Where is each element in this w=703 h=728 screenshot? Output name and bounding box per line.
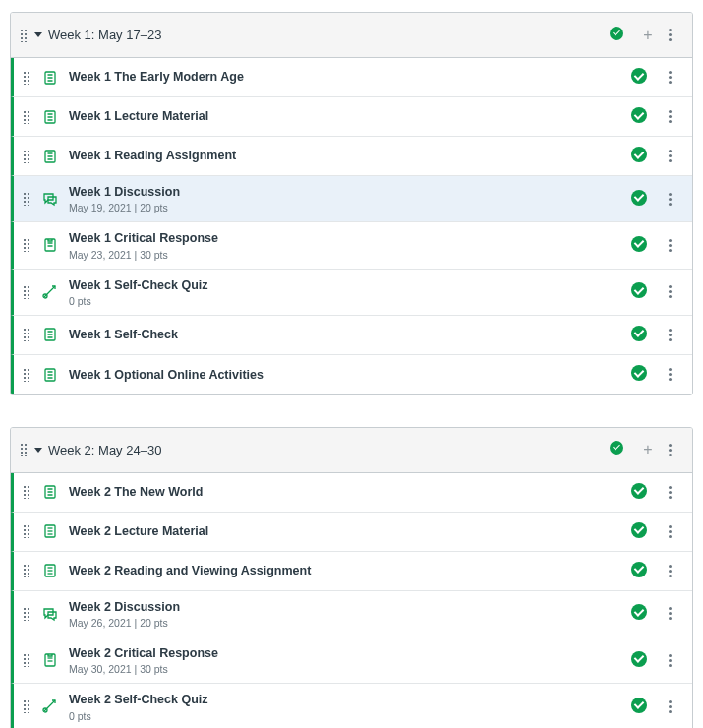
item-title[interactable]: Week 1 Self-Check xyxy=(69,327,631,342)
published-icon xyxy=(610,27,627,44)
published-icon xyxy=(631,236,647,255)
module-item[interactable]: Week 2 Reading and Viewing Assignment xyxy=(11,552,692,591)
module-item[interactable]: Week 1 Discussion May 19, 2021 | 20 pts xyxy=(11,176,692,222)
item-meta: May 19, 2021 | 20 pts xyxy=(69,202,631,213)
item-options-button[interactable] xyxy=(659,520,680,542)
drag-handle-icon[interactable] xyxy=(20,524,33,538)
drag-handle-icon[interactable] xyxy=(20,564,33,577)
module-item[interactable]: Week 1 Optional Online Activities xyxy=(11,355,692,394)
drag-handle-icon[interactable] xyxy=(20,653,33,667)
item-body: Week 2 Lecture Material xyxy=(69,523,631,539)
module-item[interactable]: Week 1 Self-Check xyxy=(11,316,692,355)
item-options-button[interactable] xyxy=(659,481,680,503)
module-header[interactable]: Week 1: May 17–23 + xyxy=(11,13,692,58)
item-meta: 0 pts xyxy=(69,710,631,722)
add-item-button[interactable]: + xyxy=(637,439,659,460)
item-title[interactable]: Week 1 Lecture Material xyxy=(69,108,631,124)
quiz-icon xyxy=(41,698,59,715)
item-body: Week 2 Critical Response May 30, 2021 | … xyxy=(69,645,631,675)
published-icon xyxy=(631,107,647,126)
module-item[interactable]: Week 1 Critical Response May 23, 2021 | … xyxy=(11,222,692,269)
module-item[interactable]: Week 2 Self-Check Quiz 0 pts xyxy=(11,684,692,728)
item-title[interactable]: Week 2 Self-Check Quiz xyxy=(69,692,631,707)
item-title[interactable]: Week 1 The Early Modern Age xyxy=(69,69,631,85)
item-title[interactable]: Week 2 Reading and Viewing Assignment xyxy=(69,563,631,578)
module-item[interactable]: Week 2 Lecture Material xyxy=(11,513,692,552)
module-header[interactable]: Week 2: May 24–30 + xyxy=(11,428,692,473)
drag-handle-icon[interactable] xyxy=(20,485,33,499)
drag-handle-icon[interactable] xyxy=(20,285,33,299)
module-item[interactable]: Week 2 Discussion May 26, 2021 | 20 pts xyxy=(11,591,692,637)
collapse-caret-icon[interactable] xyxy=(34,32,42,37)
module-options-button[interactable] xyxy=(659,25,680,46)
item-title[interactable]: Week 2 Critical Response xyxy=(69,645,631,661)
published-icon xyxy=(631,326,647,344)
module-item[interactable]: Week 2 The New World xyxy=(11,473,692,513)
published-icon xyxy=(631,365,647,384)
item-body: Week 1 Self-Check Quiz 0 pts xyxy=(69,277,631,307)
published-icon xyxy=(631,147,647,165)
collapse-caret-icon[interactable] xyxy=(34,448,42,453)
drag-handle-icon[interactable] xyxy=(17,29,30,42)
item-meta: May 26, 2021 | 20 pts xyxy=(69,617,631,629)
module-item[interactable]: Week 1 Self-Check Quiz 0 pts xyxy=(11,270,692,316)
drag-handle-icon[interactable] xyxy=(20,699,33,713)
item-options-button[interactable] xyxy=(659,146,680,167)
item-options-button[interactable] xyxy=(659,560,680,581)
add-item-button[interactable]: + xyxy=(637,25,659,46)
item-title[interactable]: Week 1 Self-Check Quiz xyxy=(69,277,631,293)
published-icon xyxy=(631,282,647,301)
item-title[interactable]: Week 2 Lecture Material xyxy=(69,523,631,539)
item-options-button[interactable] xyxy=(659,106,680,128)
published-icon xyxy=(610,441,627,458)
item-options-button[interactable] xyxy=(659,603,680,625)
drag-handle-icon[interactable] xyxy=(20,192,33,206)
published-icon xyxy=(631,483,647,502)
item-body: Week 2 Discussion May 26, 2021 | 20 pts xyxy=(69,599,631,629)
item-options-button[interactable] xyxy=(659,281,680,303)
published-icon xyxy=(631,68,647,87)
module-item[interactable]: Week 2 Critical Response May 30, 2021 | … xyxy=(11,637,692,684)
item-title[interactable]: Week 1 Reading Assignment xyxy=(69,148,631,163)
module-title: Week 1: May 17–23 xyxy=(48,28,610,42)
page-icon xyxy=(41,108,59,126)
assignment-icon xyxy=(41,236,59,254)
item-title[interactable]: Week 1 Discussion xyxy=(69,184,631,200)
drag-handle-icon[interactable] xyxy=(20,607,33,621)
drag-handle-icon[interactable] xyxy=(20,368,33,382)
page-icon xyxy=(41,522,59,540)
module-item[interactable]: Week 1 Lecture Material xyxy=(11,97,692,137)
assignment-icon xyxy=(41,651,59,669)
item-title[interactable]: Week 2 The New World xyxy=(69,484,631,500)
drag-handle-icon[interactable] xyxy=(20,110,33,124)
item-options-button[interactable] xyxy=(659,234,680,256)
item-body: Week 2 Self-Check Quiz 0 pts xyxy=(69,692,631,721)
drag-handle-icon[interactable] xyxy=(17,443,30,456)
item-body: Week 1 Discussion May 19, 2021 | 20 pts xyxy=(69,184,631,213)
item-title[interactable]: Week 2 Discussion xyxy=(69,599,631,615)
module-item[interactable]: Week 1 The Early Modern Age xyxy=(11,58,692,97)
item-body: Week 1 Lecture Material xyxy=(69,108,631,124)
item-options-button[interactable] xyxy=(659,67,680,89)
drag-handle-icon[interactable] xyxy=(20,71,33,85)
item-body: Week 1 Reading Assignment xyxy=(69,148,631,163)
module-options-button[interactable] xyxy=(659,439,680,460)
page-icon xyxy=(41,366,59,384)
item-options-button[interactable] xyxy=(659,324,680,345)
drag-handle-icon[interactable] xyxy=(20,238,33,252)
module-items: Week 1 The Early Modern Age Week 1 Lectu… xyxy=(11,58,692,394)
item-title[interactable]: Week 1 Optional Online Activities xyxy=(69,367,631,383)
drag-handle-icon[interactable] xyxy=(20,328,33,341)
item-title[interactable]: Week 1 Critical Response xyxy=(69,230,631,246)
published-icon xyxy=(631,522,647,541)
discussion-icon xyxy=(41,605,59,623)
module-item[interactable]: Week 1 Reading Assignment xyxy=(11,137,692,176)
module-title: Week 2: May 24–30 xyxy=(48,443,610,457)
item-options-button[interactable] xyxy=(659,364,680,386)
module: Week 1: May 17–23 + Week 1 The Early Mod… xyxy=(10,12,693,395)
item-options-button[interactable] xyxy=(659,696,680,717)
drag-handle-icon[interactable] xyxy=(20,150,33,163)
item-options-button[interactable] xyxy=(659,649,680,671)
page-icon xyxy=(41,326,59,343)
item-options-button[interactable] xyxy=(659,188,680,210)
